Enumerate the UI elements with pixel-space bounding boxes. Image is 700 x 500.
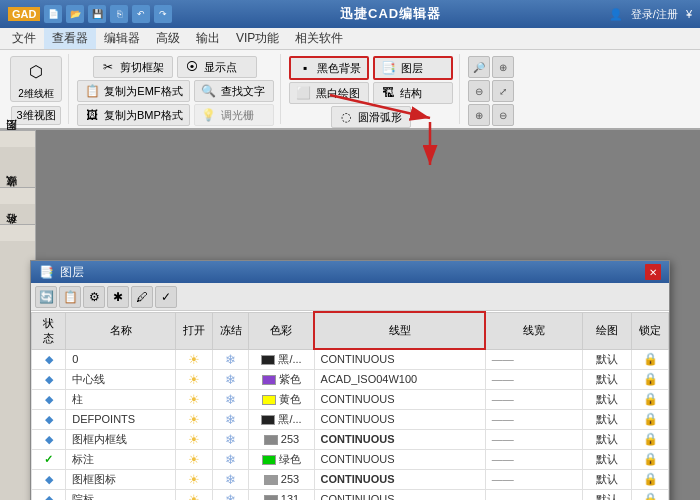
cell-plot[interactable]: 默认 [583, 449, 632, 469]
cell-lock[interactable]: 🔒 [632, 389, 669, 409]
dialog-tb-refresh[interactable]: 🔄 [35, 286, 57, 308]
th-lock[interactable]: 锁定 [632, 312, 669, 349]
th-open[interactable]: 打开 [176, 312, 213, 349]
cell-linetype[interactable]: CONTINUOUS [314, 409, 485, 429]
dialog-tb-edit[interactable]: 🖊 [131, 286, 153, 308]
menu-output[interactable]: 输出 [188, 28, 228, 49]
dialog-tb-star[interactable]: ✱ [107, 286, 129, 308]
btn-smooth-arc[interactable]: ◌ 圆滑弧形 [331, 106, 411, 128]
cell-linetype[interactable]: CONTINUOUS [314, 469, 485, 489]
tool-icon-6[interactable]: ⊖ [492, 104, 514, 126]
dialog-tb-copy[interactable]: 📋 [59, 286, 81, 308]
cell-plot[interactable]: 默认 [583, 369, 632, 389]
cell-color[interactable]: 131 [249, 489, 314, 500]
cell-lock[interactable]: 🔒 [632, 489, 669, 500]
cell-plot[interactable]: 默认 [583, 409, 632, 429]
cell-lock[interactable]: 🔒 [632, 449, 669, 469]
table-row[interactable]: ◆ 0 ☀ ❄ 黑/... CONTINUOUS —— 默认 🔒 [32, 349, 669, 369]
cell-freeze[interactable]: ❄ [212, 429, 249, 449]
new-file-icon[interactable]: 📄 [44, 5, 62, 23]
table-row[interactable]: ◆ 柱 ☀ ❄ 黄色 CONTINUOUS —— 默认 🔒 [32, 389, 669, 409]
cell-open[interactable]: ☀ [176, 469, 213, 489]
save-icon[interactable]: 💾 [88, 5, 106, 23]
tool-icon-1[interactable]: 🔎 [468, 56, 490, 78]
cell-freeze[interactable]: ❄ [212, 369, 249, 389]
panel-tab-collect[interactable]: 收藏 [0, 187, 35, 204]
btn-structure[interactable]: 🏗 结构 [373, 82, 453, 104]
btn-clip-frame[interactable]: ✂ 剪切框架 [93, 56, 173, 78]
dialog-close-btn[interactable]: ✕ [645, 264, 661, 280]
cell-freeze[interactable]: ❄ [212, 469, 249, 489]
copy-icon[interactable]: ⎘ [110, 5, 128, 23]
cell-lock[interactable]: 🔒 [632, 369, 669, 389]
cell-plot[interactable]: 默认 [583, 429, 632, 449]
cell-color[interactable]: 紫色 [249, 369, 314, 389]
btn-3d-view[interactable]: 3维视图 [11, 106, 60, 125]
btn-show-points[interactable]: ⦿ 显示点 [177, 56, 257, 78]
cell-color[interactable]: 黑/... [249, 409, 314, 429]
cell-name[interactable]: 标注 [66, 449, 176, 469]
cell-plot[interactable]: 默认 [583, 389, 632, 409]
cell-linetype[interactable]: CONTINUOUS [314, 429, 485, 449]
btn-bw-draw[interactable]: ⬜ 黑白绘图 [289, 82, 369, 104]
cell-color[interactable]: 绿色 [249, 449, 314, 469]
cell-open[interactable]: ☀ [176, 349, 213, 369]
color-swatch[interactable] [264, 435, 278, 445]
open-file-icon[interactable]: 📂 [66, 5, 84, 23]
color-swatch[interactable] [261, 355, 275, 365]
cell-freeze[interactable]: ❄ [212, 389, 249, 409]
th-name[interactable]: 名称 [66, 312, 176, 349]
color-swatch[interactable] [262, 375, 276, 385]
btn-2d-wireframe[interactable]: ⬡ 2维线框 [10, 56, 62, 102]
color-swatch[interactable] [262, 455, 276, 465]
menu-advanced[interactable]: 高级 [148, 28, 188, 49]
color-swatch[interactable] [264, 495, 278, 500]
panel-tab-names[interactable]: 名称 [0, 224, 35, 241]
color-swatch[interactable] [262, 395, 276, 405]
th-linewidth[interactable]: 线宽 [485, 312, 583, 349]
cell-name[interactable]: 图框图标 [66, 469, 176, 489]
btn-layers[interactable]: 📑 图层 [373, 56, 453, 80]
dialog-tb-settings[interactable]: ⚙ [83, 286, 105, 308]
cell-lock[interactable]: 🔒 [632, 409, 669, 429]
th-freeze[interactable]: 冻结 [212, 312, 249, 349]
dialog-tb-check[interactable]: ✓ [155, 286, 177, 308]
cell-open[interactable]: ☀ [176, 489, 213, 500]
color-swatch[interactable] [261, 415, 275, 425]
menu-vip[interactable]: VIP功能 [228, 28, 287, 49]
th-linetype[interactable]: 线型 [314, 312, 485, 349]
cell-open[interactable]: ☀ [176, 449, 213, 469]
table-row[interactable]: ◆ 图框内框线 ☀ ❄ 253 CONTINUOUS —— 默认 🔒 [32, 429, 669, 449]
cell-name[interactable]: DEFPOINTS [66, 409, 176, 429]
color-swatch[interactable] [264, 475, 278, 485]
cell-name[interactable]: 中心线 [66, 369, 176, 389]
cell-name[interactable]: 0 [66, 349, 176, 369]
table-row[interactable]: ✓ 标注 ☀ ❄ 绿色 CONTINUOUS —— 默认 🔒 [32, 449, 669, 469]
cell-name[interactable]: 院标 [66, 489, 176, 500]
table-row[interactable]: ◆ DEFPOINTS ☀ ❄ 黑/... CONTINUOUS —— 默认 🔒 [32, 409, 669, 429]
undo-icon[interactable]: ↶ [132, 5, 150, 23]
cell-color[interactable]: 黄色 [249, 389, 314, 409]
cell-plot[interactable]: 默认 [583, 469, 632, 489]
cell-color[interactable]: 黑/... [249, 349, 314, 369]
redo-icon[interactable]: ↷ [154, 5, 172, 23]
menu-related[interactable]: 相关软件 [287, 28, 351, 49]
cell-open[interactable]: ☀ [176, 389, 213, 409]
cell-linetype[interactable]: ACAD_ISO04W100 [314, 369, 485, 389]
cell-plot[interactable]: 默认 [583, 349, 632, 369]
btn-copy-emf[interactable]: 📋 复制为EMF格式 [77, 80, 189, 102]
cell-freeze[interactable]: ❄ [212, 349, 249, 369]
cell-open[interactable]: ☀ [176, 409, 213, 429]
cell-lock[interactable]: 🔒 [632, 429, 669, 449]
cell-name[interactable]: 图框内框线 [66, 429, 176, 449]
cell-freeze[interactable]: ❄ [212, 489, 249, 500]
cell-linetype[interactable]: CONTINUOUS [314, 389, 485, 409]
cell-freeze[interactable]: ❄ [212, 409, 249, 429]
cell-linetype[interactable]: CONTINUOUS [314, 449, 485, 469]
btn-copy-bmp[interactable]: 🖼 复制为BMP格式 [77, 104, 190, 126]
cell-open[interactable]: ☀ [176, 369, 213, 389]
menu-file[interactable]: 文件 [4, 28, 44, 49]
btn-light[interactable]: 💡 调光栅 [194, 104, 274, 126]
table-row[interactable]: ◆ 中心线 ☀ ❄ 紫色 ACAD_ISO04W100 —— 默认 🔒 [32, 369, 669, 389]
cell-open[interactable]: ☀ [176, 429, 213, 449]
